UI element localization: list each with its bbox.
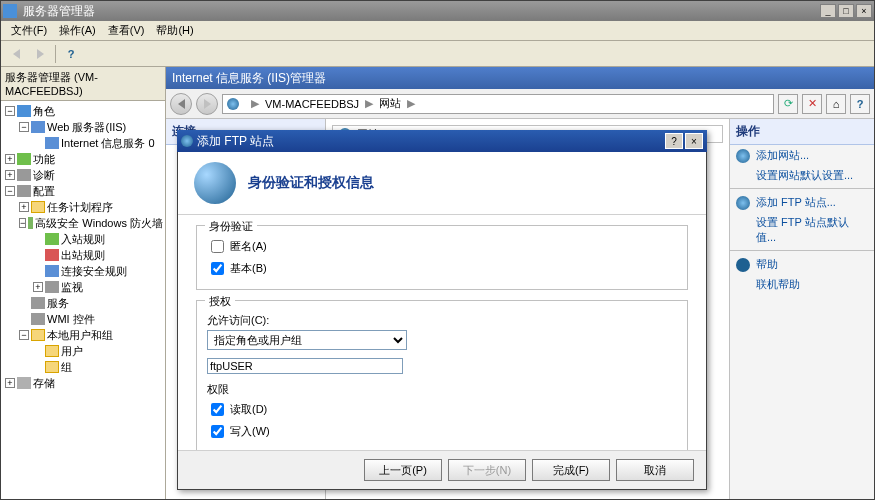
separator — [730, 188, 874, 189]
expander-icon[interactable]: + — [5, 154, 15, 164]
auth-group-title: 身份验证 — [205, 219, 257, 234]
help-icon — [736, 258, 750, 272]
allow-access-select[interactable]: 指定角色或用户组 — [207, 330, 407, 350]
basic-label[interactable]: 基本(B) — [230, 261, 267, 276]
forward-button[interactable] — [29, 44, 51, 64]
tree-diagnostics[interactable]: +诊断 — [5, 167, 163, 183]
refresh-icon: ⟳ — [784, 97, 793, 110]
finish-button[interactable]: 完成(F) — [532, 459, 610, 481]
chevron-right-icon: ▶ — [251, 97, 259, 110]
firewall-icon — [28, 217, 33, 229]
expander-icon[interactable]: − — [5, 186, 15, 196]
tree-firewall[interactable]: −高级安全 Windows 防火墙 — [19, 215, 163, 231]
tree-conn-sec[interactable]: 连接安全规则 — [33, 263, 163, 279]
action-site-defaults[interactable]: 设置网站默认设置... — [730, 166, 874, 185]
expander-icon[interactable]: − — [19, 330, 29, 340]
arrow-left-icon — [178, 99, 185, 109]
app-icon — [3, 4, 17, 18]
allow-access-label: 允许访问(C): — [207, 313, 677, 328]
tree-header: 服务器管理器 (VM-MACFEEDBSJ) — [1, 67, 165, 101]
close-button[interactable]: × — [856, 4, 872, 18]
tree-groups[interactable]: 组 — [33, 359, 163, 375]
minimize-button[interactable]: _ — [820, 4, 836, 18]
nav-help-button[interactable]: ? — [850, 94, 870, 114]
toolbar-separator — [55, 45, 56, 63]
menu-file[interactable]: 文件(F) — [5, 21, 53, 40]
write-checkbox[interactable] — [211, 425, 224, 438]
tree-wmi[interactable]: WMI 控件 — [19, 311, 163, 327]
user-input[interactable] — [207, 358, 403, 374]
arrow-left-icon — [13, 49, 20, 59]
nav-back-button[interactable] — [170, 93, 192, 115]
breadcrumb-host[interactable]: VM-MACFEEDBSJ — [265, 98, 359, 110]
expander-icon[interactable]: + — [33, 282, 43, 292]
write-row: 写入(W) — [207, 422, 677, 441]
menubar: 文件(F) 操作(A) 查看(V) 帮助(H) — [1, 21, 874, 41]
tree-storage[interactable]: +存储 — [5, 375, 163, 391]
tree-roles[interactable]: −角色 — [5, 103, 163, 119]
tree-config[interactable]: −配置 — [5, 183, 163, 199]
expander-icon[interactable]: − — [5, 106, 15, 116]
config-icon — [17, 185, 31, 197]
add-ftp-dialog: 添加 FTP 站点 ? × 身份验证和授权信息 身份验证 匿名(A) 基本(B) — [177, 130, 707, 490]
arrow-right-icon — [37, 49, 44, 59]
anonymous-checkbox[interactable] — [211, 240, 224, 253]
cancel-button[interactable]: 取消 — [616, 459, 694, 481]
tree-features[interactable]: +功能 — [5, 151, 163, 167]
iis-icon — [45, 137, 59, 149]
expander-icon[interactable]: + — [19, 202, 29, 212]
menu-action[interactable]: 操作(A) — [53, 21, 102, 40]
expander-icon[interactable]: + — [5, 378, 15, 388]
action-ftp-defaults[interactable]: 设置 FTP 站点默认值... — [730, 213, 874, 247]
tree-outbound[interactable]: 出站规则 — [33, 247, 163, 263]
tree-services[interactable]: 服务 — [19, 295, 163, 311]
actions-title: 操作 — [730, 119, 874, 145]
expander-icon[interactable]: − — [19, 218, 26, 228]
tree-local-users[interactable]: −本地用户和组 — [19, 327, 163, 343]
tree-task-scheduler[interactable]: +任务计划程序 — [19, 199, 163, 215]
help-button[interactable]: ? — [60, 44, 82, 64]
basic-checkbox[interactable] — [211, 262, 224, 275]
dialog-titlebar[interactable]: 添加 FTP 站点 ? × — [177, 130, 707, 152]
read-label[interactable]: 读取(D) — [230, 402, 267, 417]
breadcrumb[interactable]: ▶ VM-MACFEEDBSJ ▶ 网站 ▶ — [222, 94, 774, 114]
nav-refresh-button[interactable]: ⟳ — [778, 94, 798, 114]
nav-stop-button[interactable]: ✕ — [802, 94, 822, 114]
monitor-icon — [45, 281, 59, 293]
maximize-button[interactable]: □ — [838, 4, 854, 18]
breadcrumb-sites[interactable]: 网站 — [379, 96, 401, 111]
expander-icon[interactable]: − — [19, 122, 29, 132]
tree-web-server[interactable]: −Web 服务器(IIS) — [19, 119, 163, 135]
arrow-right-icon — [204, 99, 211, 109]
back-button[interactable] — [5, 44, 27, 64]
dialog-help-button[interactable]: ? — [665, 133, 683, 149]
read-checkbox[interactable] — [211, 403, 224, 416]
menu-help[interactable]: 帮助(H) — [150, 21, 199, 40]
anonymous-label[interactable]: 匿名(A) — [230, 239, 267, 254]
action-add-ftp[interactable]: 添加 FTP 站点... — [730, 192, 874, 213]
dialog-content: 身份验证 匿名(A) 基本(B) 授权 允许访问(C): 指定角色或用户组 — [178, 215, 706, 450]
perms-label: 权限 — [207, 382, 677, 397]
nav-forward-button[interactable] — [196, 93, 218, 115]
action-help[interactable]: 帮助 — [730, 254, 874, 275]
menu-view[interactable]: 查看(V) — [102, 21, 151, 40]
dialog-close-button[interactable]: × — [685, 133, 703, 149]
action-online-help[interactable]: 联机帮助 — [730, 275, 874, 294]
prev-button[interactable]: 上一页(P) — [364, 459, 442, 481]
authz-group: 授权 允许访问(C): 指定角色或用户组 权限 读取(D) 写入(W) — [196, 300, 688, 450]
inbound-icon — [45, 233, 59, 245]
write-label[interactable]: 写入(W) — [230, 424, 270, 439]
nav-home-button[interactable]: ⌂ — [826, 94, 846, 114]
dialog-header: 身份验证和授权信息 — [178, 152, 706, 215]
tree-inbound[interactable]: 入站规则 — [33, 231, 163, 247]
expander-icon[interactable]: + — [5, 170, 15, 180]
tree-monitor[interactable]: +监视 — [33, 279, 163, 295]
anonymous-row: 匿名(A) — [207, 237, 677, 256]
tree-iis-service[interactable]: Internet 信息服务 0 — [33, 135, 163, 151]
globe-large-icon — [194, 162, 236, 204]
action-add-site[interactable]: 添加网站... — [730, 145, 874, 166]
auth-group: 身份验证 匿名(A) 基本(B) — [196, 225, 688, 290]
dialog-heading: 身份验证和授权信息 — [248, 174, 374, 192]
tree-users[interactable]: 用户 — [33, 343, 163, 359]
dialog-body: 身份验证和授权信息 身份验证 匿名(A) 基本(B) 授权 允许访问(C): 指… — [177, 152, 707, 490]
